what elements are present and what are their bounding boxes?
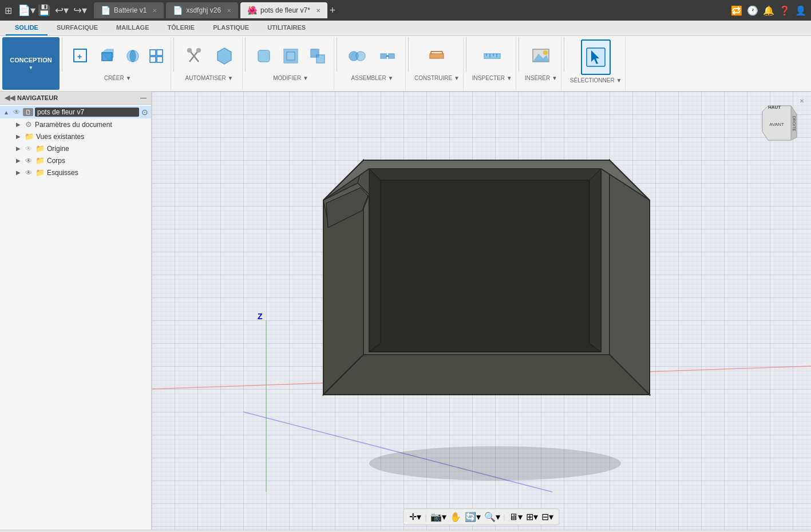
sweep-button[interactable] [145,39,167,73]
nav-collapse-icon[interactable]: ◀◀ [5,94,15,102]
tree-arrow-origine[interactable]: ▶ [14,145,22,152]
svg-rect-22 [317,55,325,63]
tree-item-document[interactable]: ▲ 👁 🗋 pots de fleur v7 ⊙ [0,106,151,118]
move-icon[interactable]: ✛▾ [409,511,421,522]
assembler-icons [343,39,402,73]
inspecter-btn1[interactable] [478,39,507,73]
tree-eye-document[interactable]: 👁 [12,108,21,116]
svg-rect-12 [157,57,163,62]
viewcube[interactable]: HAUT DROITE AVANT ✕ [754,97,805,149]
revolve-button[interactable] [122,39,144,73]
modifier-label[interactable]: MODIFIER ▼ [273,75,308,81]
tree-arrow-esquisses[interactable]: ▶ [14,169,22,176]
assembler-label[interactable]: ASSEMBLER ▼ [351,75,394,81]
nav-minus-icon[interactable]: — [140,94,147,101]
tree-arrow-parametres[interactable]: ▶ [14,121,22,128]
save-icon[interactable]: 💾 [38,4,50,17]
redo-icon[interactable]: ↪▾ [73,4,87,17]
orbit-icon[interactable]: 🔄▾ [465,511,481,522]
tree-label-vues: Vues existantes [36,133,149,141]
tree-arrow-vues[interactable]: ▶ [14,133,22,140]
zoom-icon[interactable]: 🔍▾ [484,511,500,522]
tree-folder-document: 🗋 [23,108,33,116]
tab-pots-de-fleur[interactable]: 🌺 pots de fleur v7* ✕ [240,2,327,18]
tab-batterie[interactable]: 📄 Batterie v1 ✕ [94,2,164,18]
help-icon[interactable]: ❓ [779,5,790,16]
tree-item-vues[interactable]: ▶ 📁 Vues existantes [0,130,151,142]
tab-maillage[interactable]: MAILLAGE [107,21,158,35]
selectionner-btn1[interactable] [581,39,611,75]
add-tab-button[interactable]: + [330,5,336,17]
panel-icon[interactable]: ⊟▾ [541,511,553,522]
svg-rect-11 [150,57,156,62]
inspecter-label[interactable]: INSPECTER ▼ [472,75,512,81]
creer-label[interactable]: CRÉER ▼ [104,75,132,81]
tree-arrow-corps[interactable]: ▶ [14,157,22,164]
tab-tolerie[interactable]: TÔLERIE [159,21,204,35]
selectionner-label[interactable]: SÉLECTIONNER ▼ [570,77,622,84]
bell-icon[interactable]: 🔔 [763,5,774,16]
tree-label-origine: Origine [47,145,149,153]
construire-label[interactable]: CONSTRUIRE ▼ [414,75,460,81]
selectionner-icons [581,39,611,75]
tab-batterie-close[interactable]: ✕ [152,7,157,14]
tab-surfacique[interactable]: SURFACIQUE [48,21,107,35]
conception-button[interactable]: CONCEPTION ▼ [2,37,60,90]
tab-xsdfghj[interactable]: 📄 xsdfghj v26 ✕ [166,2,238,18]
inserer-icons [527,39,555,73]
new-sketch-button[interactable]: + [68,39,93,73]
svg-text:+: + [77,52,82,61]
assembler-btn1[interactable] [343,39,371,73]
revolve-icon [125,48,141,64]
modifier-btn3[interactable] [305,39,330,73]
separator-7 [519,37,519,72]
user-icon[interactable]: 👤 [795,5,806,16]
assembler-btn2[interactable] [373,39,402,73]
modifier-btn1[interactable] [251,39,276,73]
modifier-btn2[interactable] [278,39,303,73]
tree-item-esquisses[interactable]: ▶ 👁 📁 Esquisses [0,166,151,178]
automatiser-btn1[interactable] [180,39,208,73]
undo-icon[interactable]: ↩▾ [55,4,69,17]
viewport[interactable]: Z [152,92,811,530]
tool-group-modifier: MODIFIER ▼ [248,37,334,90]
insert-image-icon [531,46,551,66]
tab-solide[interactable]: SOLIDE [6,21,48,35]
svg-text:AVANT: AVANT [769,122,784,127]
automatiser-btn2[interactable] [210,39,239,73]
tree-label-corps: Corps [47,157,149,165]
tab-utilitaires[interactable]: UTILITAIRES [258,21,315,35]
toolbar-tab-row: SOLIDE SURFACIQUE MAILLAGE TÔLERIE PLAST… [0,21,811,36]
svg-point-24 [356,51,365,61]
file-menu-icon[interactable]: 📄▾ [18,4,35,17]
tree-eye-esquisses[interactable]: 👁 [24,169,33,177]
svg-rect-28 [430,54,444,58]
tab-plastique[interactable]: PLASTIQUE [204,21,258,35]
tab-xsdfghj-close[interactable]: ✕ [227,7,231,14]
construire-btn1[interactable] [422,39,451,73]
pan-icon[interactable]: ✋ [450,511,461,522]
display-icon[interactable]: 🖥▾ [509,511,523,522]
clock-icon[interactable]: 🕐 [747,5,758,16]
tree-target-icon[interactable]: ⊙ [141,108,149,117]
inserer-label[interactable]: INSÉRER ▼ [525,75,557,81]
extrude-button[interactable] [95,39,120,73]
inserer-btn1[interactable] [527,39,555,73]
tree-eye-origine[interactable]: 👁 [24,145,33,153]
grid-display-icon[interactable]: ⊞▾ [526,511,538,522]
camera-icon[interactable]: 📷▾ [430,511,446,522]
tree-item-parametres[interactable]: ▶ ⚙ Paramètres du document [0,118,151,130]
tree-eye-corps[interactable]: 👁 [24,157,33,165]
automatiser-label[interactable]: AUTOMATISER ▼ [185,75,234,81]
separator-2 [173,37,174,72]
tree-item-corps[interactable]: ▶ 👁 📁 Corps [0,154,151,166]
tree-arrow-document[interactable]: ▲ [2,109,10,116]
tree-item-origine[interactable]: ▶ 👁 📁 Origine [0,142,151,154]
nav-icon[interactable]: 🔁 [731,5,742,16]
svg-point-46 [369,446,621,481]
tab-pots-close[interactable]: ✕ [316,7,321,14]
sweep-icon [148,48,164,64]
svg-rect-9 [150,50,156,55]
title-actions: 🔁 🕐 🔔 ❓ 👤 [731,5,806,16]
app-grid-icon[interactable]: ⊞ [5,5,12,16]
